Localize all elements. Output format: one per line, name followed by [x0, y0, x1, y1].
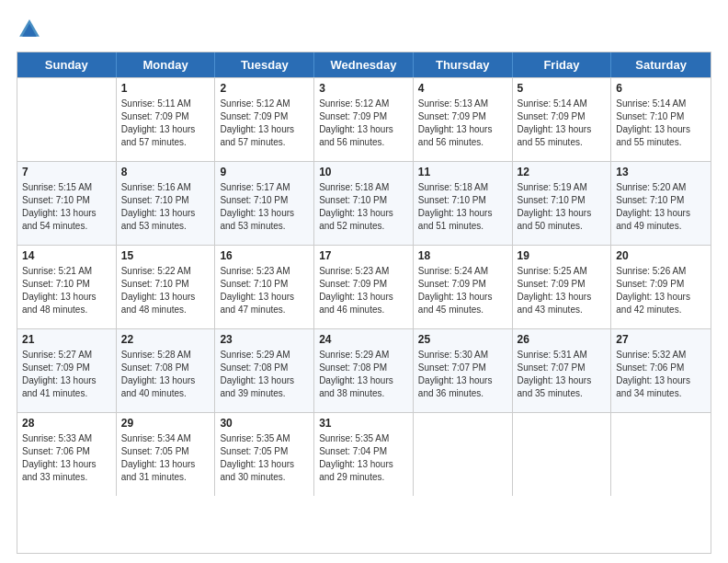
- cal-cell: 11Sunrise: 5:18 AMSunset: 7:10 PMDayligh…: [414, 162, 513, 245]
- cell-day-number: 1: [121, 81, 210, 96]
- cell-day-number: 2: [220, 81, 309, 96]
- cal-cell: 27Sunrise: 5:32 AMSunset: 7:06 PMDayligh…: [611, 329, 711, 412]
- cal-cell: 23Sunrise: 5:29 AMSunset: 7:08 PMDayligh…: [215, 329, 314, 412]
- cal-cell: 28Sunrise: 5:33 AMSunset: 7:06 PMDayligh…: [17, 413, 117, 496]
- cell-info: Sunrise: 5:26 AMSunset: 7:09 PMDaylight:…: [616, 265, 706, 316]
- cell-day-number: 4: [418, 81, 507, 96]
- logo: [17, 17, 46, 42]
- cell-info: Sunrise: 5:16 AMSunset: 7:10 PMDaylight:…: [121, 181, 210, 233]
- cell-info: Sunrise: 5:29 AMSunset: 7:08 PMDaylight:…: [319, 349, 408, 400]
- cell-info: Sunrise: 5:33 AMSunset: 7:06 PMDaylight:…: [22, 432, 111, 484]
- cal-cell: 14Sunrise: 5:21 AMSunset: 7:10 PMDayligh…: [17, 246, 117, 328]
- cell-info: Sunrise: 5:14 AMSunset: 7:10 PMDaylight:…: [616, 98, 706, 149]
- cell-day-number: 11: [418, 165, 507, 179]
- cal-cell: 1Sunrise: 5:11 AMSunset: 7:09 PMDaylight…: [117, 78, 216, 161]
- cell-day-number: 21: [22, 332, 111, 347]
- cell-info: Sunrise: 5:23 AMSunset: 7:10 PMDaylight:…: [220, 265, 309, 316]
- cell-day-number: 7: [22, 165, 111, 179]
- cell-day-number: 22: [121, 332, 210, 347]
- cell-day-number: 13: [616, 165, 706, 179]
- cell-info: Sunrise: 5:24 AMSunset: 7:09 PMDaylight:…: [418, 265, 507, 316]
- cell-info: Sunrise: 5:15 AMSunset: 7:10 PMDaylight:…: [22, 181, 111, 233]
- cal-cell: 6Sunrise: 5:14 AMSunset: 7:10 PMDaylight…: [611, 78, 711, 161]
- cell-day-number: 14: [22, 248, 111, 263]
- header: [17, 17, 711, 42]
- header-day-tuesday: Tuesday: [215, 52, 314, 77]
- cell-day-number: 10: [319, 165, 408, 179]
- cal-cell: [513, 413, 612, 496]
- cell-info: Sunrise: 5:14 AMSunset: 7:09 PMDaylight:…: [518, 98, 607, 149]
- cal-cell: 13Sunrise: 5:20 AMSunset: 7:10 PMDayligh…: [611, 162, 711, 245]
- cal-cell: 7Sunrise: 5:15 AMSunset: 7:10 PMDaylight…: [17, 162, 117, 245]
- cal-cell: 5Sunrise: 5:14 AMSunset: 7:09 PMDaylight…: [513, 78, 612, 161]
- cell-day-number: 15: [121, 248, 210, 263]
- header-day-monday: Monday: [117, 52, 216, 77]
- cal-cell: 9Sunrise: 5:17 AMSunset: 7:10 PMDaylight…: [215, 162, 314, 245]
- calendar-week-1: 7Sunrise: 5:15 AMSunset: 7:10 PMDaylight…: [17, 161, 711, 245]
- cell-day-number: 30: [220, 416, 309, 431]
- cell-info: Sunrise: 5:28 AMSunset: 7:08 PMDaylight:…: [121, 349, 210, 400]
- cell-info: Sunrise: 5:17 AMSunset: 7:10 PMDaylight:…: [220, 181, 309, 233]
- cal-cell: 26Sunrise: 5:31 AMSunset: 7:07 PMDayligh…: [513, 329, 612, 412]
- cell-day-number: 31: [319, 416, 408, 431]
- cell-day-number: 9: [220, 165, 309, 179]
- cal-cell: 20Sunrise: 5:26 AMSunset: 7:09 PMDayligh…: [611, 246, 711, 328]
- cal-cell: 17Sunrise: 5:23 AMSunset: 7:09 PMDayligh…: [314, 246, 414, 328]
- cell-day-number: 3: [319, 81, 408, 96]
- cell-day-number: 18: [418, 248, 507, 263]
- cal-cell: 22Sunrise: 5:28 AMSunset: 7:08 PMDayligh…: [117, 329, 216, 412]
- cell-info: Sunrise: 5:25 AMSunset: 7:09 PMDaylight:…: [518, 265, 607, 316]
- cell-info: Sunrise: 5:27 AMSunset: 7:09 PMDaylight:…: [22, 349, 111, 400]
- cell-day-number: 26: [518, 332, 607, 347]
- cell-info: Sunrise: 5:34 AMSunset: 7:05 PMDaylight:…: [121, 432, 210, 484]
- cal-cell: [17, 78, 117, 161]
- calendar-week-4: 28Sunrise: 5:33 AMSunset: 7:06 PMDayligh…: [17, 412, 711, 496]
- cell-day-number: 19: [518, 248, 607, 263]
- cell-info: Sunrise: 5:13 AMSunset: 7:09 PMDaylight:…: [418, 98, 507, 149]
- cal-cell: 21Sunrise: 5:27 AMSunset: 7:09 PMDayligh…: [17, 329, 117, 412]
- cell-day-number: 28: [22, 416, 111, 431]
- cell-day-number: 12: [518, 165, 607, 179]
- header-day-sunday: Sunday: [17, 52, 117, 77]
- cal-cell: 10Sunrise: 5:18 AMSunset: 7:10 PMDayligh…: [314, 162, 414, 245]
- cal-cell: 2Sunrise: 5:12 AMSunset: 7:09 PMDaylight…: [215, 78, 314, 161]
- cell-info: Sunrise: 5:30 AMSunset: 7:07 PMDaylight:…: [418, 349, 507, 400]
- cal-cell: 8Sunrise: 5:16 AMSunset: 7:10 PMDaylight…: [117, 162, 216, 245]
- cell-info: Sunrise: 5:21 AMSunset: 7:10 PMDaylight:…: [22, 265, 111, 316]
- cell-info: Sunrise: 5:20 AMSunset: 7:10 PMDaylight:…: [616, 181, 706, 233]
- cell-day-number: 8: [121, 165, 210, 179]
- cal-cell: 3Sunrise: 5:12 AMSunset: 7:09 PMDaylight…: [314, 78, 414, 161]
- cal-cell: 31Sunrise: 5:35 AMSunset: 7:04 PMDayligh…: [314, 413, 414, 496]
- calendar: SundayMondayTuesdayWednesdayThursdayFrid…: [17, 52, 711, 554]
- cal-cell: 19Sunrise: 5:25 AMSunset: 7:09 PMDayligh…: [513, 246, 612, 328]
- header-day-wednesday: Wednesday: [314, 52, 414, 77]
- cell-info: Sunrise: 5:35 AMSunset: 7:05 PMDaylight:…: [220, 432, 309, 484]
- cal-cell: 15Sunrise: 5:22 AMSunset: 7:10 PMDayligh…: [117, 246, 216, 328]
- cal-cell: [414, 413, 513, 496]
- header-day-thursday: Thursday: [414, 52, 513, 77]
- cal-cell: 12Sunrise: 5:19 AMSunset: 7:10 PMDayligh…: [513, 162, 612, 245]
- cell-info: Sunrise: 5:12 AMSunset: 7:09 PMDaylight:…: [220, 98, 309, 149]
- logo-icon: [17, 17, 42, 42]
- calendar-body: 1Sunrise: 5:11 AMSunset: 7:09 PMDaylight…: [17, 77, 711, 496]
- calendar-week-3: 21Sunrise: 5:27 AMSunset: 7:09 PMDayligh…: [17, 328, 711, 412]
- cell-info: Sunrise: 5:11 AMSunset: 7:09 PMDaylight:…: [121, 98, 210, 149]
- cell-info: Sunrise: 5:35 AMSunset: 7:04 PMDaylight:…: [319, 432, 408, 484]
- calendar-week-2: 14Sunrise: 5:21 AMSunset: 7:10 PMDayligh…: [17, 245, 711, 328]
- cell-info: Sunrise: 5:18 AMSunset: 7:10 PMDaylight:…: [418, 181, 507, 233]
- cal-cell: 30Sunrise: 5:35 AMSunset: 7:05 PMDayligh…: [215, 413, 314, 496]
- calendar-header: SundayMondayTuesdayWednesdayThursdayFrid…: [17, 52, 711, 77]
- cal-cell: 16Sunrise: 5:23 AMSunset: 7:10 PMDayligh…: [215, 246, 314, 328]
- cell-info: Sunrise: 5:32 AMSunset: 7:06 PMDaylight:…: [616, 349, 706, 400]
- cell-info: Sunrise: 5:18 AMSunset: 7:10 PMDaylight:…: [319, 181, 408, 233]
- cell-day-number: 24: [319, 332, 408, 347]
- cal-cell: 29Sunrise: 5:34 AMSunset: 7:05 PMDayligh…: [117, 413, 216, 496]
- cal-cell: 18Sunrise: 5:24 AMSunset: 7:09 PMDayligh…: [414, 246, 513, 328]
- cell-day-number: 25: [418, 332, 507, 347]
- header-day-friday: Friday: [513, 52, 612, 77]
- cell-info: Sunrise: 5:12 AMSunset: 7:09 PMDaylight:…: [319, 98, 408, 149]
- cell-info: Sunrise: 5:29 AMSunset: 7:08 PMDaylight:…: [220, 349, 309, 400]
- cell-day-number: 6: [616, 81, 706, 96]
- header-day-saturday: Saturday: [611, 52, 711, 77]
- calendar-week-0: 1Sunrise: 5:11 AMSunset: 7:09 PMDaylight…: [17, 77, 711, 161]
